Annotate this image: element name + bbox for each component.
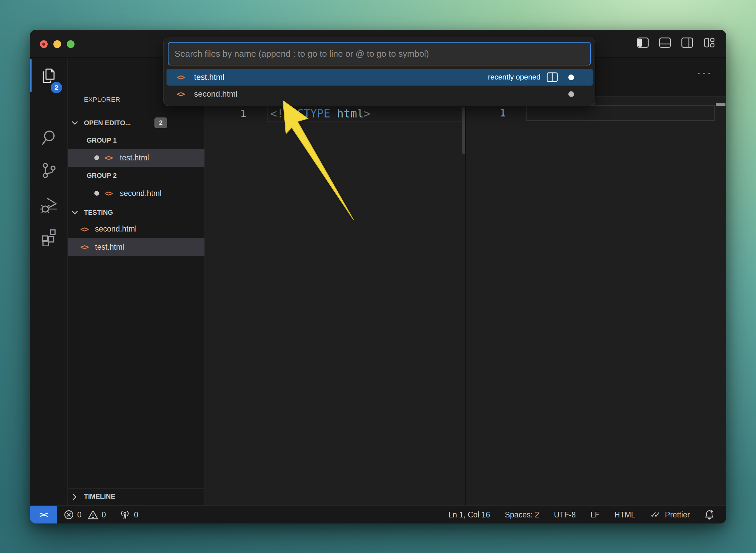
result-file-name: second.html [194, 89, 237, 99]
timeline-section-header[interactable]: TIMELINE [68, 488, 204, 505]
cursor-position-status[interactable]: Ln 1, Col 16 [448, 510, 490, 519]
open-editor-item-test[interactable]: <> test.html [68, 149, 204, 167]
open-editor-file-label: test.html [120, 153, 149, 162]
broadcast-tower-icon [119, 509, 131, 520]
editor-group1-label: GROUP 1 [87, 137, 117, 144]
editor-scrollbar-thumb[interactable] [462, 107, 465, 154]
code-line[interactable]: <!DOCTYPEhtml> [270, 107, 370, 120]
line-number: 1 [489, 107, 506, 119]
folder-label: TESTING [84, 209, 113, 216]
eol-status[interactable]: LF [590, 510, 600, 519]
tree-file-label: second.html [95, 224, 137, 234]
dirty-indicator-icon [568, 74, 574, 80]
tree-file-label: test.html [95, 243, 124, 252]
ports-status[interactable]: 0 [119, 506, 138, 523]
close-window-button[interactable] [40, 40, 48, 48]
dirty-indicator-icon [94, 155, 99, 160]
warning-count: 0 [102, 510, 106, 519]
open-editor-item-second[interactable]: <> second.html [68, 184, 204, 202]
ports-count: 0 [134, 510, 138, 519]
indentation-status[interactable]: Spaces: 2 [505, 510, 539, 519]
desktop-background: 2 [0, 0, 756, 553]
overview-ruler-cursor-mark [716, 103, 725, 106]
status-right-items: Ln 1, Col 16 Spaces: 2 UTF-8 LF HTML ✓✓P… [448, 506, 714, 523]
open-editors-badge: 2 [154, 117, 167, 128]
activity-bar: 2 [30, 58, 67, 505]
code-keyword: DOCTYPE [284, 107, 330, 120]
layout-controls [636, 36, 716, 49]
customize-layout-icon[interactable] [703, 36, 716, 49]
quick-open-result-second-html[interactable]: <> second.html [167, 86, 593, 102]
toggle-primary-sidebar-icon[interactable] [636, 36, 650, 49]
open-editors-label: OPEN EDITO... [84, 119, 131, 127]
explorer-icon[interactable]: 2 [30, 62, 67, 89]
tree-item-second-html[interactable]: <> second.html [68, 221, 204, 237]
dirty-indicator-icon [568, 91, 574, 97]
html-file-icon: <> [104, 189, 112, 198]
quick-open-panel: <> test.html recently opened <> second.h… [163, 38, 595, 106]
tree-item-test-html[interactable]: <> test.html [68, 238, 204, 256]
error-icon [64, 510, 74, 520]
result-meta-label: recently opened [488, 73, 540, 82]
timeline-label: TIMELINE [84, 493, 115, 500]
open-to-side-icon[interactable] [547, 72, 558, 82]
code-attr: html [337, 107, 364, 120]
line-number: 1 [230, 107, 246, 119]
current-line-highlight [526, 105, 715, 121]
double-check-icon: ✓✓ [650, 510, 658, 519]
formatter-label: Prettier [665, 510, 690, 519]
extensions-icon[interactable] [30, 223, 67, 250]
toggle-secondary-sidebar-icon[interactable] [680, 36, 694, 49]
editor-actions-menu[interactable]: ··· [697, 66, 712, 80]
editor-area: ··· 1 <!DOCTYPEhtml> 1 [205, 58, 726, 505]
sidebar-title: EXPLORER [84, 96, 120, 103]
remote-indicator[interactable]: >< [30, 506, 57, 523]
result-file-name: test.html [194, 72, 225, 82]
quick-open-search-input[interactable] [168, 42, 591, 65]
chevron-down-icon [71, 209, 79, 216]
language-mode-status[interactable]: HTML [614, 510, 635, 519]
chevron-right-icon [71, 493, 79, 501]
vscode-window: 2 [30, 30, 726, 523]
problems-status[interactable]: 0 0 [64, 506, 106, 523]
overview-ruler-border [715, 97, 715, 505]
error-count: 0 [77, 510, 82, 519]
encoding-status[interactable]: UTF-8 [554, 510, 576, 519]
code-punct: <! [270, 107, 284, 120]
zoom-window-button[interactable] [67, 40, 75, 48]
editor-group2-label: GROUP 2 [87, 172, 117, 180]
html-file-icon: <> [177, 90, 185, 98]
chevron-down-icon [71, 119, 79, 127]
toggle-panel-icon[interactable] [658, 36, 672, 49]
run-debug-icon[interactable] [30, 192, 67, 218]
open-editors-header[interactable]: OPEN EDITO... 2 [68, 115, 204, 131]
html-file-icon: <> [80, 225, 88, 234]
folder-header-testing[interactable]: TESTING [68, 205, 204, 220]
minimize-window-button[interactable] [53, 40, 61, 48]
html-file-icon: <> [104, 153, 112, 162]
formatter-status[interactable]: ✓✓Prettier [650, 510, 690, 519]
open-editor-file-label: second.html [120, 189, 161, 198]
source-control-icon[interactable] [30, 157, 67, 184]
search-icon[interactable] [30, 124, 67, 151]
html-file-icon: <> [80, 243, 88, 251]
dirty-indicator-icon [94, 191, 99, 196]
status-bar: >< 0 0 0 Ln 1, Col 16 Spaces: 2 UTF-8 LF [30, 505, 726, 523]
code-punct: > [364, 107, 370, 120]
editor-group-separator[interactable] [465, 58, 466, 505]
quick-open-result-test-html[interactable]: <> test.html recently opened [167, 69, 593, 86]
notifications-bell-icon[interactable] [705, 510, 714, 520]
explorer-badge: 2 [51, 82, 62, 93]
explorer-sidebar: EXPLORER OPEN EDITO... 2 GROUP 1 <> test… [68, 58, 205, 505]
html-file-icon: <> [177, 73, 185, 82]
warning-icon [88, 510, 98, 520]
